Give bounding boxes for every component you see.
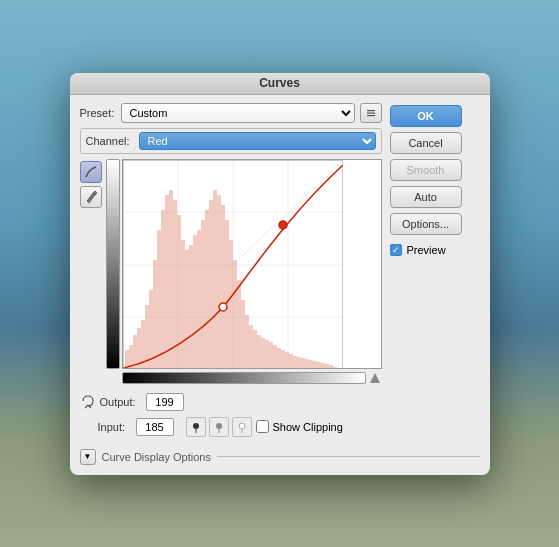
right-panel: OK Cancel Smooth Auto Options... ✓ Previ…	[390, 103, 480, 437]
svg-rect-71	[241, 429, 242, 433]
svg-rect-19	[165, 195, 169, 368]
svg-point-70	[239, 423, 245, 429]
preview-row: ✓ Preview	[390, 244, 480, 256]
svg-rect-45	[269, 342, 273, 368]
svg-rect-17	[157, 230, 161, 368]
svg-rect-58	[321, 363, 325, 368]
white-point-eyedropper[interactable]	[232, 417, 252, 437]
svg-rect-49	[285, 352, 289, 368]
svg-rect-47	[277, 348, 281, 368]
disclosure-button[interactable]: ▼	[80, 449, 96, 465]
svg-point-66	[193, 423, 199, 429]
svg-rect-56	[313, 361, 317, 368]
output-row: Output:	[80, 391, 382, 413]
curve-canvas[interactable]	[122, 159, 382, 369]
svg-rect-60	[329, 365, 333, 368]
svg-rect-46	[273, 345, 277, 368]
tool-buttons	[80, 159, 102, 208]
channel-row: Channel: Red	[80, 128, 382, 154]
svg-rect-9	[125, 350, 129, 368]
svg-rect-12	[137, 328, 141, 368]
auto-button[interactable]: Auto	[390, 186, 462, 208]
title-bar: Curves	[70, 73, 490, 95]
svg-rect-28	[201, 220, 205, 368]
svg-rect-1	[367, 112, 375, 113]
input-label: Input:	[98, 421, 132, 433]
curve-canvas-area	[106, 159, 382, 385]
svg-rect-35	[229, 240, 233, 368]
svg-rect-11	[133, 335, 137, 368]
cancel-button[interactable]: Cancel	[390, 132, 462, 154]
curve-with-gradient	[106, 159, 382, 369]
svg-rect-43	[261, 338, 265, 368]
output-value-input[interactable]	[146, 393, 184, 411]
bottom-gradient-row	[106, 371, 382, 385]
show-clipping-label: Show Clipping	[273, 421, 343, 433]
svg-rect-37	[237, 280, 241, 368]
dialog-title: Curves	[259, 76, 300, 90]
curves-dialog: Curves Preset: Custom	[70, 73, 490, 475]
divider-line	[217, 456, 480, 457]
curve-display-row: ▼ Curve Display Options	[70, 445, 490, 465]
curve-display-label: Curve Display Options	[102, 451, 211, 463]
svg-rect-21	[173, 200, 177, 368]
svg-rect-50	[289, 354, 293, 368]
svg-rect-59	[325, 364, 329, 368]
svg-rect-34	[225, 220, 229, 368]
channel-select[interactable]: Red	[139, 132, 376, 150]
black-point-eyedropper[interactable]	[186, 417, 206, 437]
svg-rect-31	[213, 190, 217, 368]
svg-rect-48	[281, 350, 285, 368]
svg-rect-57	[317, 362, 321, 368]
svg-rect-2	[367, 115, 375, 116]
channel-label: Channel:	[86, 135, 134, 147]
output-gradient-bar	[106, 159, 120, 369]
show-clipping-row: Show Clipping	[256, 420, 343, 433]
svg-rect-13	[141, 320, 145, 368]
svg-rect-29	[205, 210, 209, 368]
svg-point-68	[216, 423, 222, 429]
preview-checkbox[interactable]: ✓	[390, 244, 402, 256]
svg-rect-16	[153, 260, 157, 368]
svg-rect-14	[145, 305, 149, 368]
left-panel: Preset: Custom Channel: Red	[80, 103, 382, 437]
input-value-input[interactable]	[136, 418, 174, 436]
svg-rect-32	[217, 195, 221, 368]
svg-rect-54	[305, 359, 309, 368]
curve-section	[80, 159, 382, 385]
preset-row: Preset: Custom	[80, 103, 382, 123]
options-button[interactable]: Options...	[390, 213, 462, 235]
output-spacer	[80, 391, 96, 413]
svg-rect-30	[209, 200, 213, 368]
ok-button[interactable]: OK	[390, 105, 462, 127]
svg-rect-39	[245, 315, 249, 368]
svg-rect-0	[367, 110, 375, 111]
svg-rect-55	[309, 360, 313, 368]
svg-rect-20	[169, 190, 173, 368]
svg-rect-44	[265, 340, 269, 368]
svg-rect-10	[129, 345, 133, 368]
svg-rect-15	[149, 290, 153, 368]
smooth-button[interactable]: Smooth	[390, 159, 462, 181]
svg-rect-69	[218, 429, 219, 433]
mid-point-eyedropper[interactable]	[209, 417, 229, 437]
preset-label: Preset:	[80, 107, 116, 119]
svg-rect-23	[181, 240, 185, 368]
svg-rect-51	[293, 356, 297, 368]
svg-rect-42	[257, 335, 261, 368]
preview-label: Preview	[407, 244, 446, 256]
curve-tool-button[interactable]	[80, 161, 102, 183]
svg-rect-61	[333, 367, 337, 369]
svg-rect-52	[297, 357, 301, 368]
dialog-body: Preset: Custom Channel: Red	[70, 95, 490, 441]
svg-rect-40	[249, 325, 253, 368]
svg-rect-41	[253, 330, 257, 368]
svg-point-63	[219, 303, 227, 311]
eyedropper-row	[186, 417, 252, 437]
pencil-tool-button[interactable]	[80, 186, 102, 208]
preset-select[interactable]: Custom	[121, 103, 355, 123]
svg-rect-27	[197, 230, 201, 368]
show-clipping-checkbox[interactable]	[256, 420, 269, 433]
preset-options-button[interactable]	[360, 103, 382, 123]
input-row: Input:	[98, 417, 382, 437]
